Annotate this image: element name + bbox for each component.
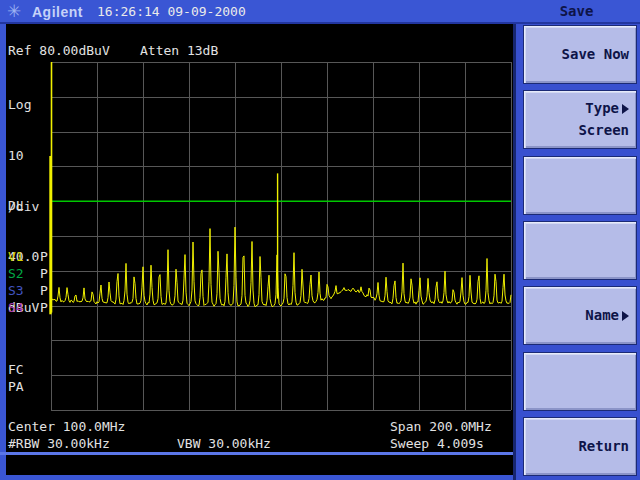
softkey-blank-2[interactable] — [523, 221, 637, 280]
vbw-label: VBW 30.00kHz — [177, 435, 271, 452]
softkey-name[interactable]: Name — [523, 286, 637, 345]
softkey-return[interactable]: Return — [523, 417, 637, 476]
starburst-icon: ✳ — [7, 1, 21, 21]
preamp-label: PA — [8, 378, 24, 395]
submenu-arrow-icon — [622, 104, 629, 114]
sweep-label: Sweep 4.009s — [390, 435, 484, 452]
trace-indicator-list: V1PS2PS3PS4P — [8, 248, 48, 316]
trace-indicator-s4: S4P — [8, 299, 48, 316]
brand-label: Agilent — [32, 4, 83, 20]
softkey-label: Screen — [578, 122, 629, 139]
trace-indicator-v1: V1P — [8, 248, 48, 265]
softkey-blank-3[interactable] — [523, 352, 637, 411]
rbw-label: #RBW 30.00kHz — [8, 435, 110, 452]
trace-mode: P — [40, 282, 48, 299]
span-label: Span 200.0MHz — [390, 418, 492, 435]
trace-name: S4 — [8, 299, 40, 316]
ref-level-label: Ref 80.00dBuV — [8, 42, 110, 59]
trace-name: S3 — [8, 282, 40, 299]
submenu-arrow-icon — [622, 311, 629, 321]
trace-indicator-s3: S3P — [8, 282, 48, 299]
softkey-label: Save Now — [562, 46, 629, 63]
softkey-label: Name — [585, 307, 619, 324]
softkey-label: Type — [585, 100, 619, 117]
scale-log-label: Log — [8, 96, 39, 113]
coupling-label: FC — [8, 361, 24, 378]
trace-mode: P — [40, 248, 48, 265]
display-line-label: DL — [8, 197, 39, 214]
datetime-label: 16:26:14 09-09-2000 — [97, 4, 246, 19]
softkey-column: Save NowTypeScreenNameReturn — [513, 24, 640, 480]
center-freq-label: Center 100.0MHz — [8, 418, 125, 435]
screen-left-border — [0, 24, 6, 480]
softkey-save-now[interactable]: Save Now — [523, 25, 637, 84]
screen-bottom-border — [0, 475, 513, 480]
trace-indicator-s2: S2P — [8, 265, 48, 282]
trace-mode: P — [40, 299, 48, 316]
annunciator-bar — [6, 455, 513, 475]
scale-per-div-value: 10 — [8, 147, 39, 164]
analyzer-screen: ✳ Agilent 16:26:14 09-09-2000 Save Ref 8… — [0, 0, 640, 480]
softkey-blank-1[interactable] — [523, 156, 637, 215]
softkey-type[interactable]: TypeScreen — [523, 90, 637, 149]
atten-label: Atten 13dB — [140, 42, 218, 59]
softkey-label: Return — [578, 438, 629, 455]
softkey-menu-title: Save — [513, 3, 640, 19]
trace-name: S2 — [8, 265, 40, 282]
trace-name: V1 — [8, 248, 40, 265]
trace-mode: P — [40, 265, 48, 282]
